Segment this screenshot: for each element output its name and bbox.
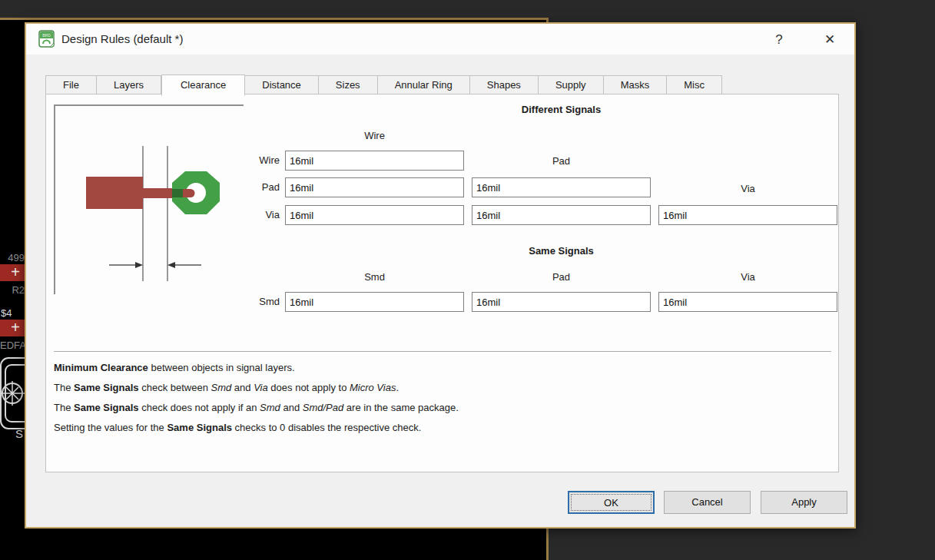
ds-via-via-input[interactable] [658,205,837,225]
ss-col-header-via: Via [658,271,837,283]
brd-file-icon: BRD [38,30,55,48]
pcb-footprint-drawing [0,355,25,432]
pcb-label-d4: $4 [1,307,25,319]
apply-button[interactable]: Apply [761,491,847,514]
clearance-tab-panel: Different Signals Wire Wire Pad Pad Via … [45,94,839,472]
tab-sizes[interactable]: Sizes [319,75,378,94]
ds-row-label-wire: Wire [215,151,280,171]
board-outline-top [0,18,549,20]
dialog-title: Design Rules (default *) [61,32,183,45]
tab-shapes[interactable]: Shapes [470,75,539,94]
note-zero-disables: Setting the values for the Same Signals … [54,422,791,433]
pcb-label-s: S [0,427,23,440]
close-icon[interactable]: ✕ [813,28,847,51]
pcb-label-499: 499 [0,252,25,263]
same-signals-title: Same Signals [285,245,837,257]
ss-smd-via-input[interactable] [658,292,837,312]
ds-via-pad-input[interactable] [472,205,651,225]
ds-row-label-pad: Pad [215,177,280,197]
pcb-left-strip: 499 + R2 $4 + EDFA S [0,230,25,484]
clearance-preview-drawing [55,106,244,294]
ss-row-label-smd: Smd [215,292,280,312]
clearance-preview [54,104,244,294]
note-same-signals-package: The Same Signals check does not apply if… [54,402,791,413]
dialog-titlebar[interactable]: BRD Design Rules (default *) ? ✕ [26,24,854,55]
tab-misc[interactable]: Misc [667,75,722,94]
ss-smd-smd-input[interactable] [285,292,464,312]
ds-wire-wire-input[interactable] [285,151,464,171]
pcb-label-r2: R2 [0,284,25,296]
ds-col-header-wire: Wire [285,130,464,141]
ok-button[interactable]: OK [568,491,655,514]
tab-annular-ring[interactable]: Annular Ring [378,75,470,94]
ss-smd-pad-input[interactable] [472,292,651,312]
pcb-label-edfa: EDFA [0,340,25,351]
tab-file[interactable]: File [45,75,97,94]
tab-layers[interactable]: Layers [97,75,161,94]
ss-col-header-smd: Smd [285,271,464,283]
note-minimum-clearance: Minimum Clearance between objects in sig… [54,362,791,373]
ds-row-label-via: Via [215,205,280,225]
ds-via-wire-input[interactable] [285,205,464,225]
ds-col-header-pad: Pad [472,155,651,167]
ds-col-header-via: Via [658,183,837,194]
tab-supply[interactable]: Supply [539,75,604,94]
pcb-pad-r2: + [0,264,25,281]
notes-divider [54,351,831,352]
pcb-pad-d4: + [0,320,25,336]
ss-col-header-pad: Pad [472,271,651,283]
note-same-signals-micro-vias: The Same Signals check between Smd and V… [54,382,791,393]
tab-clearance[interactable]: Clearance [161,75,245,96]
tab-distance[interactable]: Distance [245,75,319,94]
different-signals-title: Different Signals [285,104,837,115]
ds-pad-wire-input[interactable] [285,177,464,197]
design-rules-dialog: BRD Design Rules (default *) ? ✕ FileLay… [25,22,856,529]
svg-text:BRD: BRD [42,33,51,38]
tab-masks[interactable]: Masks [604,75,668,94]
cancel-button[interactable]: Cancel [664,491,751,514]
tabbar: FileLayersClearanceDistanceSizesAnnular … [45,73,722,94]
help-button[interactable]: ? [762,28,796,51]
ds-pad-pad-input[interactable] [472,177,651,197]
